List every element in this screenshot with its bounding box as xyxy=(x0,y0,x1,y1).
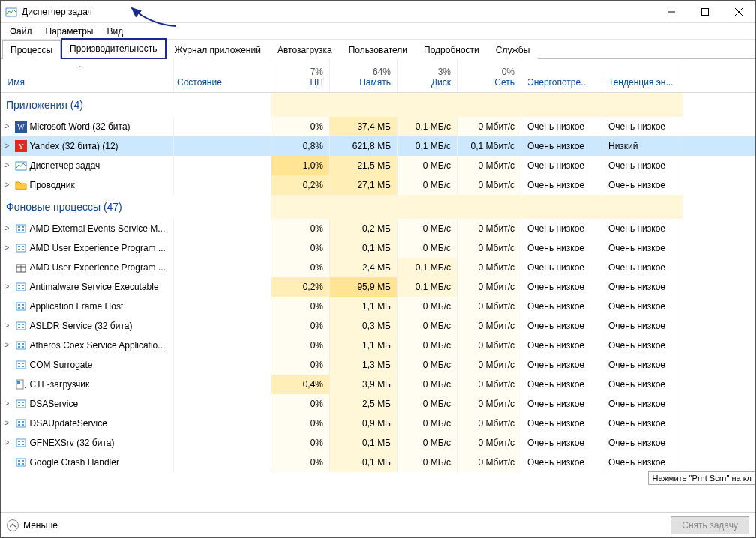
tab-startup[interactable]: Автозагрузка xyxy=(269,40,340,59)
process-state xyxy=(174,156,272,175)
group-background[interactable]: Фоновые процессы (47) xyxy=(2,195,756,219)
table-row[interactable]: >DSAService0%2,5 МБ0 МБ/с0 Мбит/сОчень н… xyxy=(2,394,756,414)
header-row: ︿ Имя Состояние 7%ЦП 64%Память 3%Диск 0%… xyxy=(2,59,756,92)
trend-cell: Очень низкое xyxy=(602,238,683,258)
table-row[interactable]: >AMD External Events Service M...0%0,2 М… xyxy=(2,219,756,238)
disk-cell: 0 МБ/с xyxy=(398,336,458,355)
svg-rect-15 xyxy=(16,244,26,252)
maximize-button[interactable] xyxy=(688,1,722,22)
app-icon: Y xyxy=(15,140,27,152)
process-state xyxy=(174,219,272,238)
svg-rect-44 xyxy=(18,363,20,364)
svg-rect-55 xyxy=(16,420,26,427)
menu-view[interactable]: Вид xyxy=(100,25,129,38)
expand-icon[interactable]: > xyxy=(3,122,12,130)
cpu-cell: 0% xyxy=(272,433,330,453)
menu-params[interactable]: Параметры xyxy=(40,25,100,38)
fewer-details-icon[interactable] xyxy=(7,519,19,531)
tab-services[interactable]: Службы xyxy=(488,40,538,59)
process-name: Atheros Coex Service Applicatio... xyxy=(30,340,166,351)
process-state xyxy=(174,297,272,316)
cpu-cell: 0% xyxy=(272,453,330,472)
svg-rect-23 xyxy=(16,283,26,291)
expand-icon[interactable]: > xyxy=(3,419,12,427)
table-row[interactable]: >CTF-загрузчик0,4%3,9 МБ0 МБ/с0 Мбит/сОч… xyxy=(2,375,756,394)
net-cell: 0 Мбит/с xyxy=(458,258,521,277)
process-state xyxy=(174,258,272,277)
table-row[interactable]: >Google Crash Handler0%0,1 МБ0 МБ/с0 Мби… xyxy=(2,453,756,472)
disk-cell: 0 МБ/с xyxy=(398,453,458,472)
table-row[interactable]: >Antimalware Service Executable0,2%95,9 … xyxy=(2,277,756,297)
expand-icon[interactable]: > xyxy=(3,399,12,408)
net-cell: 0 Мбит/с xyxy=(458,219,521,238)
expand-icon[interactable]: > xyxy=(3,438,12,447)
table-row[interactable]: >AMD User Experience Program ...0%0,1 МБ… xyxy=(2,238,756,258)
process-table-scroll[interactable]: ︿ Имя Состояние 7%ЦП 64%Память 3%Диск 0%… xyxy=(1,59,755,512)
tab-users[interactable]: Пользователи xyxy=(340,40,416,59)
power-cell: Очень низкое xyxy=(521,433,602,453)
col-power[interactable]: Энергопотре... xyxy=(521,59,602,92)
minimize-button[interactable] xyxy=(654,1,688,22)
net-cell: 0 Мбит/с xyxy=(458,316,521,336)
expand-icon[interactable]: > xyxy=(3,341,12,349)
cpu-cell: 0,8% xyxy=(272,136,330,156)
mem-cell: 27,1 МБ xyxy=(330,175,398,195)
table-row[interactable]: >Atheros Coex Service Applicatio...0%1,1… xyxy=(2,336,756,355)
table-row[interactable]: >WMicrosoft Word (32 бита)0%37,4 МБ0,1 М… xyxy=(2,117,756,136)
app-icon xyxy=(15,223,27,235)
svg-rect-40 xyxy=(22,343,24,345)
trend-cell: Очень низкое xyxy=(602,175,683,195)
svg-rect-61 xyxy=(18,441,20,442)
table-row[interactable]: >YYandex (32 бита) (12)0,8%621,8 МБ0,1 М… xyxy=(2,136,756,156)
tab-performance[interactable]: Производительность xyxy=(61,38,166,59)
table-row[interactable]: >Проводник0,2%27,1 МБ0 МБ/с0 Мбит/сОчень… xyxy=(2,175,756,195)
menu-file[interactable]: Файл xyxy=(4,25,38,38)
tab-details[interactable]: Подробности xyxy=(416,40,488,59)
table-row[interactable]: >GFNEXSrv (32 бита)0%0,1 МБ0 МБ/с0 Мбит/… xyxy=(2,433,756,453)
col-disk[interactable]: 3%Диск xyxy=(398,59,458,92)
col-trend[interactable]: Тенденция эн... xyxy=(602,59,683,92)
expand-icon[interactable]: > xyxy=(3,181,12,189)
cpu-cell: 0,4% xyxy=(272,375,330,394)
expand-icon[interactable]: > xyxy=(3,142,12,150)
tab-processes[interactable]: Процессы xyxy=(2,40,61,59)
trend-cell: Очень низкое xyxy=(602,277,683,297)
col-network[interactable]: 0%Сеть xyxy=(458,59,521,92)
table-row[interactable]: >Диспетчер задач1,0%21,5 МБ0 МБ/с0 Мбит/… xyxy=(2,156,756,175)
power-cell: Очень низкое xyxy=(521,258,602,277)
close-button[interactable] xyxy=(722,1,755,22)
tab-app-history[interactable]: Журнал приложений xyxy=(166,40,269,59)
expand-icon[interactable]: > xyxy=(3,244,12,252)
power-cell: Очень низкое xyxy=(521,136,602,156)
power-cell: Очень низкое xyxy=(521,336,602,355)
svg-rect-50 xyxy=(16,400,26,408)
process-state xyxy=(174,375,272,394)
svg-rect-68 xyxy=(18,463,20,465)
group-apps[interactable]: Приложения (4) xyxy=(2,92,756,117)
process-name: Yandex (32 бита) (12) xyxy=(30,141,118,151)
expand-icon[interactable]: > xyxy=(3,161,12,169)
table-row[interactable]: >COM Surrogate0%1,3 МБ0 МБ/с0 Мбит/сОчен… xyxy=(2,355,756,375)
power-cell: Очень низкое xyxy=(521,117,602,136)
col-cpu[interactable]: 7%ЦП xyxy=(272,59,330,92)
svg-rect-54 xyxy=(22,405,24,406)
table-row[interactable]: >DSAUpdateService0%0,9 МБ0 МБ/с0 Мбит/сО… xyxy=(2,414,756,433)
col-state[interactable]: Состояние xyxy=(174,59,272,92)
table-row[interactable]: >ASLDR Service (32 бита)0%0,3 МБ0 МБ/с0 … xyxy=(2,316,756,336)
end-task-button[interactable]: Снять задачу xyxy=(670,516,749,534)
expand-icon[interactable]: > xyxy=(3,321,12,330)
process-name: Проводник xyxy=(30,180,75,190)
expand-icon[interactable]: > xyxy=(3,224,12,232)
expand-icon[interactable]: > xyxy=(3,282,12,291)
net-cell: 0 Мбит/с xyxy=(458,375,521,394)
col-memory[interactable]: 64%Память xyxy=(330,59,398,92)
process-state xyxy=(174,136,272,156)
fewer-details-label[interactable]: Меньше xyxy=(23,520,58,531)
table-row[interactable]: >AMD User Experience Program ...0%2,4 МБ… xyxy=(2,258,756,277)
table-row[interactable]: >Application Frame Host0%1,1 МБ0 МБ/с0 М… xyxy=(2,297,756,316)
disk-cell: 0 МБ/с xyxy=(398,219,458,238)
cpu-cell: 0% xyxy=(272,238,330,258)
svg-rect-59 xyxy=(22,424,24,426)
col-name[interactable]: ︿ Имя xyxy=(2,59,174,92)
power-cell: Очень низкое xyxy=(521,355,602,375)
